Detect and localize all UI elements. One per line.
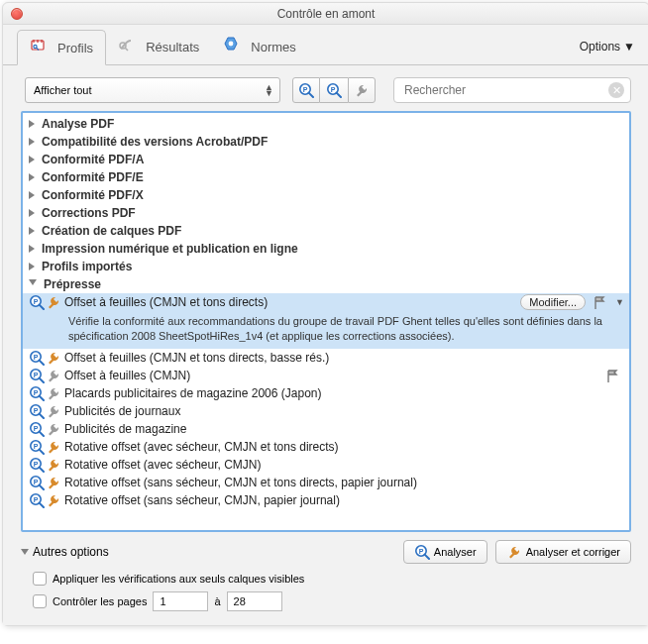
apply-layers-row[interactable]: Appliquer les vérifications aux seuls ca… — [33, 572, 631, 586]
tab-bar: Profils Résultats Normes Options ▼ — [3, 25, 648, 65]
category-label: Analyse PDF — [42, 117, 114, 131]
inspect-icon — [29, 368, 45, 383]
control-pages-label: Contrôler les pages — [53, 595, 147, 607]
disclosure-icon — [21, 549, 29, 555]
category-row[interactable]: Conformité PDF/A — [23, 151, 629, 168]
wrench-icon — [46, 492, 61, 508]
search-input[interactable] — [402, 82, 608, 98]
disclosure-icon — [29, 138, 35, 146]
filter-dropdown[interactable]: Afficher tout ▲▼ — [25, 77, 280, 103]
profile-label: Placards publicitaires de magazine 2006 … — [64, 386, 625, 400]
category-label: Impression numérique et publication en l… — [42, 242, 298, 256]
inspect-icon — [29, 421, 45, 437]
tab-resultats-label: Résultats — [146, 40, 199, 54]
disclosure-icon — [29, 173, 35, 181]
page-to-input[interactable] — [227, 591, 282, 611]
wrench-icon — [46, 475, 61, 490]
tool-button-group — [292, 77, 376, 103]
apply-layers-label: Appliquer les vérifications aux seuls ca… — [53, 573, 304, 585]
profile-label: Publicités de magazine — [64, 422, 625, 436]
updown-icon: ▲▼ — [265, 84, 273, 96]
apply-layers-checkbox[interactable] — [33, 572, 47, 586]
options-menu[interactable]: Options ▼ — [580, 40, 639, 54]
inspect-icon — [29, 294, 45, 310]
disclosure-icon — [29, 263, 35, 270]
category-label: Corrections PDF — [42, 206, 136, 220]
category-row[interactable]: Conformité PDF/E — [23, 168, 629, 186]
filter-value: Afficher tout — [34, 84, 92, 96]
flag-icon[interactable] — [605, 369, 619, 382]
tool-btn-fix[interactable] — [348, 77, 376, 103]
profile-row[interactable]: Publicités de journaux — [23, 402, 629, 420]
profile-row[interactable]: Offset à feuilles (CMJN et tons directs,… — [23, 349, 629, 367]
category-label: Conformité PDF/A — [42, 153, 144, 166]
profile-label: Rotative offset (avec sécheur, CMJN et t… — [64, 440, 625, 454]
tab-profils[interactable]: Profils — [17, 30, 106, 65]
inspect-icon — [29, 457, 45, 473]
profile-row[interactable]: Rotative offset (avec sécheur, CMJN et t… — [23, 438, 629, 456]
profile-label: Rotative offset (sans sécheur, CMJN, pap… — [64, 493, 625, 507]
category-row[interactable]: Corrections PDF — [23, 204, 629, 222]
tab-normes-label: Normes — [251, 40, 296, 54]
tab-normes[interactable]: Normes — [211, 30, 308, 63]
chevron-down-icon: ▼ — [623, 40, 635, 54]
profile-label: Offset à feuilles (CMJN et tons directs,… — [64, 351, 625, 365]
profile-label: Rotative offset (avec sécheur, CMJN) — [64, 458, 625, 472]
control-pages-checkbox[interactable] — [33, 594, 47, 608]
category-row[interactable]: Analyse PDF — [23, 115, 629, 133]
profile-row[interactable]: Rotative offset (avec sécheur, CMJN) — [23, 456, 629, 474]
window-title: Contrôle en amont — [3, 7, 648, 21]
disclosure-icon — [29, 245, 35, 253]
profile-row-selected[interactable]: Offset à feuilles (CMJN et tons directs)… — [23, 293, 629, 311]
profiles-panel[interactable]: Analyse PDFCompatibilité des versions Ac… — [21, 111, 631, 532]
flag-icon[interactable] — [593, 295, 606, 309]
category-row[interactable]: Prépresse — [23, 275, 629, 293]
profile-row[interactable]: Placards publicitaires de magazine 2006 … — [23, 384, 629, 402]
disclosure-icon — [29, 227, 35, 235]
profile-row[interactable]: Offset à feuilles (CMJN) — [23, 367, 629, 384]
profile-row[interactable]: Rotative offset (sans sécheur, CMJN et t… — [23, 474, 629, 491]
analyser-button[interactable]: Analyser — [403, 540, 487, 564]
disclosure-icon — [29, 120, 35, 128]
profile-row[interactable]: Rotative offset (sans sécheur, CMJN, pap… — [23, 491, 629, 509]
toolbar: Afficher tout ▲▼ ✕ — [3, 65, 648, 111]
tab-resultats[interactable]: Résultats — [106, 30, 211, 63]
normes-icon — [223, 36, 245, 57]
other-options-toggle[interactable]: Autres options — [21, 545, 109, 559]
wrench-icon — [46, 403, 61, 419]
footer: Autres options Analyser Analyser et corr… — [3, 532, 648, 625]
inspect-icon — [29, 385, 45, 401]
profile-row[interactable]: Publicités de magazine — [23, 420, 629, 438]
tool-btn-star[interactable] — [292, 77, 320, 103]
category-row[interactable]: Compatibilité des versions Acrobat/PDF — [23, 133, 629, 151]
clear-search-icon[interactable]: ✕ — [608, 82, 624, 98]
disclosure-icon — [29, 209, 35, 217]
wrench-icon — [46, 439, 61, 455]
disclosure-icon — [29, 156, 35, 163]
titlebar: Contrôle en amont — [3, 3, 648, 25]
inspect-icon — [29, 439, 45, 455]
profile-label: Rotative offset (sans sécheur, CMJN et t… — [64, 476, 625, 489]
disclosure-icon — [29, 279, 37, 289]
category-row[interactable]: Conformité PDF/X — [23, 186, 629, 204]
category-label: Conformité PDF/X — [42, 188, 144, 202]
category-row[interactable]: Impression numérique et publication en l… — [23, 240, 629, 258]
profile-description: Vérifie la conformité aux recommandation… — [23, 311, 629, 349]
page-from-input[interactable] — [153, 591, 208, 611]
page-separator: à — [214, 595, 220, 607]
inspect-icon — [29, 350, 45, 366]
wrench-icon — [46, 457, 61, 473]
profile-label: Offset à feuilles (CMJN et tons directs) — [64, 295, 517, 309]
modify-button[interactable]: Modifier... — [520, 294, 586, 310]
flag-dropdown-icon[interactable]: ▼ — [615, 297, 625, 307]
analyser-corriger-button[interactable]: Analyser et corriger — [495, 540, 631, 564]
analyser-corriger-label: Analyser et corriger — [526, 546, 620, 558]
category-row[interactable]: Création de calques PDF — [23, 222, 629, 240]
magnifier-icon — [414, 544, 430, 560]
search-box[interactable]: ✕ — [393, 77, 631, 103]
inspect-icon — [29, 492, 45, 508]
category-row[interactable]: Profils importés — [23, 258, 629, 275]
wrench-icon — [46, 368, 61, 383]
tool-btn-inspect[interactable] — [320, 77, 348, 103]
category-label: Profils importés — [42, 260, 132, 273]
